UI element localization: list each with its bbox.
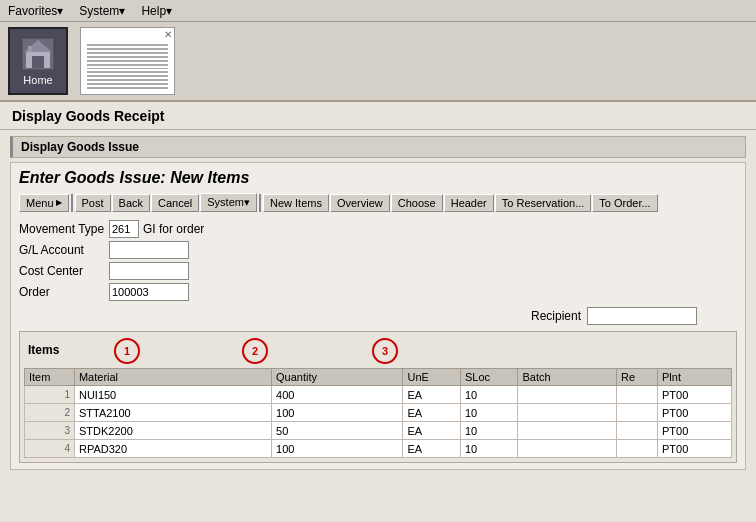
form-section: Movement Type GI for order G/L Account C… <box>19 220 737 301</box>
table-row: 1 NUI150 400 EA 10 PT00 <box>25 386 732 404</box>
row1-batch[interactable] <box>518 386 617 404</box>
page-title: Display Goods Receipt <box>12 108 164 124</box>
movement-type-row: Movement Type GI for order <box>19 220 737 238</box>
row1-re <box>616 386 657 404</box>
inner-panel: Enter Goods Issue: New Items Menu ▶ Post… <box>10 162 746 470</box>
menu-arrow-icon: ▶ <box>56 198 62 207</box>
btn-separator-2 <box>259 194 261 212</box>
recipient-label: Recipient <box>531 309 581 323</box>
movement-type-input[interactable] <box>109 220 139 238</box>
cost-center-input[interactable] <box>109 262 189 280</box>
gl-account-input[interactable] <box>109 241 189 259</box>
row4-item: 4 <box>25 440 75 458</box>
btn-separator-1 <box>71 194 73 212</box>
items-section: Items 1 2 3 <box>19 331 737 463</box>
row2-item: 2 <box>25 404 75 422</box>
row4-material[interactable]: RPAD320 <box>74 440 271 458</box>
table-row: 3 STDK2200 50 EA 10 PT00 <box>25 422 732 440</box>
menu-btn[interactable]: Menu ▶ <box>19 194 69 212</box>
col-item: Item <box>25 369 75 386</box>
cost-center-label: Cost Center <box>19 264 109 278</box>
row4-sloc[interactable]: 10 <box>460 440 517 458</box>
row1-sloc[interactable]: 10 <box>460 386 517 404</box>
order-row: Order <box>19 283 737 301</box>
recipient-input[interactable] <box>587 307 697 325</box>
row3-batch[interactable] <box>518 422 617 440</box>
doc-preview: ✕ <box>80 27 175 95</box>
circle-1: 1 <box>114 338 140 364</box>
row2-re <box>616 404 657 422</box>
circle-2-annotation: 2 <box>242 338 268 364</box>
row3-re <box>616 422 657 440</box>
row4-plnt: PT00 <box>658 440 732 458</box>
col-material: Material <box>74 369 271 386</box>
row2-quantity[interactable]: 100 <box>272 404 403 422</box>
items-section-label: Items <box>24 341 63 359</box>
header-btn[interactable]: Header <box>444 194 494 212</box>
col-quantity: Quantity <box>272 369 403 386</box>
choose-btn[interactable]: Choose <box>391 194 443 212</box>
to-order-btn[interactable]: To Order... <box>592 194 657 212</box>
section-header: Display Goods Issue <box>10 136 746 158</box>
row2-material[interactable]: STTA2100 <box>74 404 271 422</box>
row2-sloc[interactable]: 10 <box>460 404 517 422</box>
items-table: Item Material Quantity UnE SLoc Batch Re… <box>24 368 732 458</box>
row3-quantity[interactable]: 50 <box>272 422 403 440</box>
row3-sloc[interactable]: 10 <box>460 422 517 440</box>
order-input[interactable] <box>109 283 189 301</box>
col-plnt: Plnt <box>658 369 732 386</box>
svg-rect-3 <box>32 56 44 68</box>
row4-re <box>616 440 657 458</box>
svg-rect-4 <box>28 46 32 52</box>
row1-item: 1 <box>25 386 75 404</box>
enter-goods-title: Enter Goods Issue: New Items <box>19 169 737 187</box>
col-sloc: SLoc <box>460 369 517 386</box>
row2-plnt: PT00 <box>658 404 732 422</box>
cancel-btn[interactable]: Cancel <box>151 194 199 212</box>
new-items-btn[interactable]: New Items <box>263 194 329 212</box>
table-row: 2 STTA2100 100 EA 10 PT00 <box>25 404 732 422</box>
row3-item: 3 <box>25 422 75 440</box>
row1-quantity[interactable]: 400 <box>272 386 403 404</box>
row4-quantity[interactable]: 100 <box>272 440 403 458</box>
home-button[interactable]: Home <box>8 27 68 95</box>
col-batch: Batch <box>518 369 617 386</box>
main-content: Display Goods Issue Enter Goods Issue: N… <box>0 130 756 522</box>
button-bar: Menu ▶ Post Back Cancel System▾ New Item… <box>19 193 737 212</box>
col-re: Re <box>616 369 657 386</box>
row1-une: EA <box>403 386 460 404</box>
gl-account-row: G/L Account <box>19 241 737 259</box>
home-label: Home <box>23 74 52 86</box>
menu-system[interactable]: System▾ <box>79 4 125 18</box>
circle-3-annotation: 3 <box>372 338 398 364</box>
row2-une: EA <box>403 404 460 422</box>
row4-une: EA <box>403 440 460 458</box>
row2-batch[interactable] <box>518 404 617 422</box>
back-btn[interactable]: Back <box>112 194 150 212</box>
post-btn[interactable]: Post <box>75 194 111 212</box>
system-btn[interactable]: System▾ <box>200 193 257 212</box>
menu-help[interactable]: Help▾ <box>141 4 172 18</box>
top-menu-bar: Favorites▾ System▾ Help▾ <box>0 0 756 22</box>
row3-material[interactable]: STDK2200 <box>74 422 271 440</box>
doc-close-icon[interactable]: ✕ <box>164 29 172 40</box>
page-title-bar: Display Goods Receipt <box>0 102 756 130</box>
toolbar: Home ✕ <box>0 22 756 102</box>
row1-material[interactable]: NUI150 <box>74 386 271 404</box>
to-reservation-btn[interactable]: To Reservation... <box>495 194 592 212</box>
circle-1-annotation: 1 <box>114 338 140 364</box>
row1-plnt: PT00 <box>658 386 732 404</box>
row3-plnt: PT00 <box>658 422 732 440</box>
home-icon <box>20 36 56 72</box>
menu-favorites[interactable]: Favorites▾ <box>8 4 63 18</box>
recipient-row: Recipient <box>19 307 737 325</box>
items-header-wrapper: Items 1 2 3 <box>24 336 732 368</box>
circle-2: 2 <box>242 338 268 364</box>
movement-type-label: Movement Type <box>19 222 109 236</box>
order-label: Order <box>19 285 109 299</box>
overview-btn[interactable]: Overview <box>330 194 390 212</box>
row4-batch[interactable] <box>518 440 617 458</box>
circle-3: 3 <box>372 338 398 364</box>
table-row: 4 RPAD320 100 EA 10 PT00 <box>25 440 732 458</box>
gl-account-label: G/L Account <box>19 243 109 257</box>
